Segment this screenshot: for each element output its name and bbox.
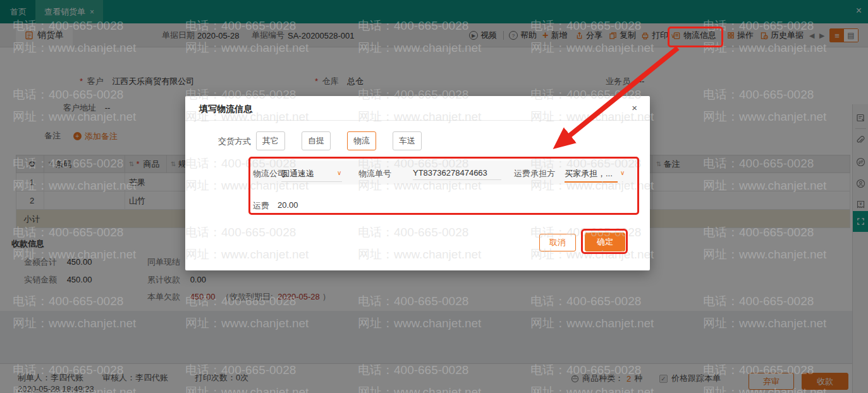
- delivery-method-label: 交货方式: [218, 136, 251, 147]
- delivery-option-other[interactable]: 其它: [256, 131, 285, 150]
- confirm-button[interactable]: 确定: [585, 233, 625, 251]
- freight-value[interactable]: 20.00: [278, 200, 298, 210]
- freight-label: 运费: [253, 200, 269, 212]
- company-select[interactable]: 圆通速递: [281, 168, 342, 182]
- modal-header: 填写物流信息 ×: [185, 96, 650, 121]
- cancel-button[interactable]: 取消: [539, 234, 576, 251]
- tracking-label: 物流单号: [358, 168, 391, 179]
- chevron-down-icon[interactable]: ∨: [337, 169, 341, 176]
- logistics-modal: 填写物流信息 × 交货方式 其它 自提 物流 车送 物流公司 圆通速递 ∨ 物流…: [185, 96, 650, 270]
- chevron-down-icon[interactable]: ∨: [620, 169, 625, 176]
- delivery-option-pickup[interactable]: 自提: [302, 131, 331, 150]
- payer-label: 运费承担方: [514, 168, 555, 179]
- modal-title: 填写物流信息: [199, 104, 252, 115]
- modal-close-icon[interactable]: ×: [632, 102, 637, 113]
- delivery-option-truck[interactable]: 车送: [393, 131, 422, 150]
- tracking-input[interactable]: YT83736278474663: [413, 168, 501, 180]
- delivery-option-logistics[interactable]: 物流: [347, 131, 376, 150]
- payer-select[interactable]: 买家承担，...: [565, 168, 618, 183]
